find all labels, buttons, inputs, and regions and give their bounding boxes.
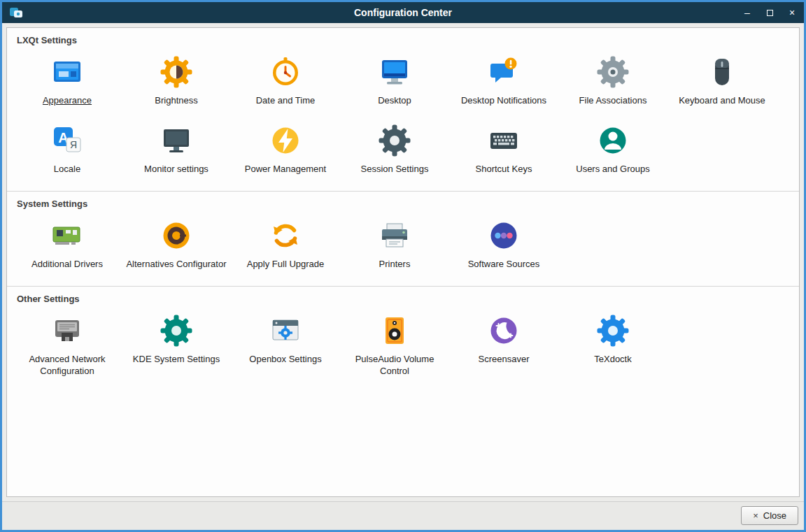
minimize-button[interactable]: – [742,8,752,17]
clock-icon [269,55,302,89]
launcher-texdoctk[interactable]: TeXdoctk [558,305,667,386]
keyboard-icon [487,124,521,157]
gear-blue-icon [596,314,630,347]
launcher-label: File Associations [579,95,647,107]
launcher-label: PulseAudio Volume Control [343,354,446,378]
settings-panel: LXQt Settings Appearance Brightness Date… [6,27,800,497]
launcher-label: Session Settings [361,164,429,175]
close-button-label: Close [763,510,786,521]
driver-card-icon [50,219,84,252]
launcher-pulseaudio-volume-control[interactable]: PulseAudio Volume Control [340,305,449,386]
launcher-label: KDE System Settings [133,354,220,366]
launcher-apply-full-upgrade[interactable]: Apply Full Upgrade [231,210,340,279]
locale-icon: AЯ [50,124,84,157]
openbox-icon [269,314,302,347]
launcher-locale[interactable]: AЯ Locale [13,115,122,184]
launcher-keyboard-and-mouse[interactable]: Keyboard and Mouse [667,47,777,115]
launcher-users-and-groups[interactable]: Users and Groups [558,115,667,184]
desktop-icon [378,55,411,89]
launcher-label: Monitor settings [144,164,208,175]
launcher-brightness[interactable]: Brightness [122,47,231,115]
mouse-icon [705,55,739,89]
launcher-power-management[interactable]: Power Management [231,115,340,184]
titlebar: Configuration Center – × [2,2,804,23]
launcher-file-associations[interactable]: File Associations [558,47,667,115]
refresh-icon [269,219,302,252]
section-title: System Settings [7,193,799,210]
launcher-alternatives-configurator[interactable]: Alternatives Configurator [122,210,231,279]
dialog-close-button[interactable]: × Close [741,506,798,525]
gear-dark-icon [378,124,411,157]
launcher-label: Shortcut Keys [476,164,532,175]
launcher-printers[interactable]: Printers [340,210,449,279]
restore-icon [767,10,773,16]
launcher-label: Users and Groups [576,164,650,175]
brightness-icon [160,55,193,89]
launcher-date-and-time[interactable]: Date and Time [231,47,340,115]
software-sources-icon [487,219,521,252]
launcher-appearance[interactable]: Appearance [13,47,122,115]
screensaver-icon [487,314,521,347]
section-grid: Additional Drivers Alternatives Configur… [7,210,799,283]
launcher-software-sources[interactable]: Software Sources [449,210,558,279]
app-icon [9,6,23,20]
launcher-label: Desktop [378,95,411,107]
configuration-center-window: Configuration Center – × LXQt Settings A… [0,0,806,532]
launcher-label: TeXdoctk [594,354,631,366]
window-title: Configuration Center [2,7,804,18]
alternatives-icon [160,219,193,252]
launcher-label: Screensaver [479,354,530,366]
settings-section: LXQt Settings Appearance Brightness Date… [7,28,799,191]
settings-section: System Settings Additional Drivers Alter… [7,191,799,286]
window-controls: – × [742,8,797,17]
svg-text:Я: Я [70,139,77,150]
gear-teal-icon [160,314,193,347]
launcher-label: Printers [379,259,411,271]
close-x-icon: × [753,510,758,521]
launcher-label: Software Sources [468,259,540,271]
section-grid: Advanced Network Configuration KDE Syste… [7,305,799,390]
gear-gray-icon [596,55,630,89]
settings-section: Other Settings Advanced Network Configur… [7,286,799,393]
launcher-label: Alternatives Configurator [126,259,226,271]
launcher-session-settings[interactable]: Session Settings [340,115,449,184]
launcher-label: Openbox Settings [249,354,321,366]
launcher-kde-system-settings[interactable]: KDE System Settings [122,305,231,386]
launcher-label: Advanced Network Configuration [15,354,119,378]
restore-button[interactable] [765,8,775,17]
launcher-label: Power Management [245,164,326,175]
launcher-additional-drivers[interactable]: Additional Drivers [13,210,122,279]
section-title: Other Settings [7,288,799,305]
launcher-desktop-notifications[interactable]: Desktop Notifications [449,47,558,115]
power-icon [269,124,302,157]
network-card-icon [50,314,84,347]
launcher-label: Appearance [43,95,92,107]
launcher-label: Brightness [155,95,197,107]
close-window-button[interactable]: × [787,8,797,17]
notification-icon [487,55,521,89]
launcher-openbox-settings[interactable]: Openbox Settings [231,305,340,386]
launcher-label: Additional Drivers [31,259,103,271]
section-grid: Appearance Brightness Date and Time Desk… [7,47,799,188]
monitor-icon [160,124,193,157]
launcher-screensaver[interactable]: Screensaver [449,305,558,386]
launcher-label: Apply Full Upgrade [247,259,325,271]
main-area: LXQt Settings Appearance Brightness Date… [2,23,804,501]
appearance-icon [50,55,84,89]
launcher-desktop[interactable]: Desktop [340,47,449,115]
launcher-advanced-network-configuration[interactable]: Advanced Network Configuration [13,305,122,386]
footer-bar: × Close [2,501,804,530]
launcher-label: Locale [54,164,80,175]
printer-icon [378,219,411,252]
launcher-label: Keyboard and Mouse [679,95,765,107]
launcher-monitor-settings[interactable]: Monitor settings [122,115,231,184]
speaker-icon [378,314,411,347]
launcher-label: Desktop Notifications [461,95,546,107]
launcher-label: Date and Time [256,95,316,107]
user-icon [596,124,630,157]
section-title: LXQt Settings [7,29,799,47]
launcher-shortcut-keys[interactable]: Shortcut Keys [449,115,558,184]
